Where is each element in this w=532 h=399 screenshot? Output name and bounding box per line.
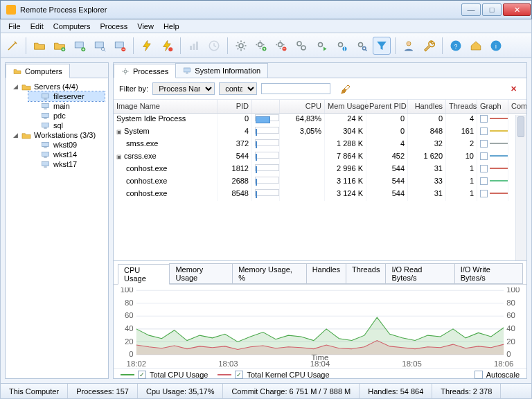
tab-sysinfo[interactable]: System Information (175, 63, 268, 78)
process-row[interactable]: System Idle Process 0 64,83% 24 K 0 0 4 (114, 114, 526, 126)
bolt-stop-icon[interactable] (158, 37, 176, 55)
tree-node[interactable]: pdc (28, 111, 105, 121)
brush-icon[interactable]: 🖌 (340, 83, 351, 95)
filter-row: Filter by: Process Name contains 🖌 ✕ (114, 78, 526, 100)
collapse-icon[interactable]: ◢ (12, 83, 19, 90)
status-host: This Computer (1, 384, 68, 398)
col-graph[interactable]: Graph (477, 100, 508, 113)
process-row[interactable]: conhost.exe 8548 3 124 K 544 31 1 (114, 188, 526, 201)
tree-servers[interactable]: ◢ Servers (4/4) (9, 82, 105, 91)
chart-tab[interactable]: Handles (306, 263, 346, 284)
chart-icon[interactable] (185, 37, 203, 55)
wand-icon[interactable] (3, 37, 21, 55)
clock-icon[interactable] (205, 37, 223, 55)
col-mem[interactable]: Mem Usage (325, 100, 366, 113)
col-cmd[interactable]: Command Line (508, 100, 526, 113)
folder-open-icon[interactable] (30, 37, 48, 55)
collapse-icon[interactable]: ◢ (12, 132, 19, 139)
wrench-icon[interactable] (420, 37, 438, 55)
col-cpu[interactable]: CPU (280, 100, 325, 113)
col-pid[interactable]: PID (218, 100, 252, 113)
minimize-button[interactable]: — (461, 3, 481, 16)
chart-tab[interactable]: CPU Usage (118, 264, 170, 285)
tree-node[interactable]: wkst14 (28, 150, 105, 159)
process-row[interactable]: conhost.exe 2688 3 116 K 544 33 1 (114, 176, 526, 188)
gear-icon[interactable] (232, 37, 250, 55)
maximize-button[interactable]: □ (482, 3, 502, 16)
bolt-icon[interactable] (138, 37, 156, 55)
process-row[interactable]: ▣ csrss.exe 544 7 864 K 452 1 620 10 (114, 151, 526, 163)
folder-add-icon[interactable] (51, 37, 69, 55)
tree-workstations[interactable]: ◢ Workstations (3/3) (9, 130, 105, 140)
chart-tab[interactable]: Memory Usage (169, 263, 233, 284)
computer-icon (41, 112, 51, 120)
menu-help[interactable]: Help (159, 21, 184, 32)
proc-name: conhost.exe (114, 188, 218, 201)
col-name[interactable]: Image Name (114, 100, 218, 113)
filter-op[interactable]: contains (219, 82, 257, 95)
scrollbar[interactable] (515, 115, 526, 260)
svg-point-20 (339, 42, 343, 46)
menu-file[interactable]: File (3, 21, 26, 32)
gear-pair-icon[interactable] (292, 37, 310, 55)
tree-node[interactable]: fileserver (28, 91, 105, 101)
menu-edit[interactable]: Edit (26, 21, 48, 32)
proc-name: ▣ csrss.exe (114, 151, 218, 163)
svg-text:18:02: 18:02 (127, 360, 146, 368)
chart-tab[interactable]: Threads (346, 263, 386, 284)
info-icon[interactable]: i (487, 37, 505, 55)
gear-info-icon[interactable]: i (332, 37, 351, 55)
gear-play-icon[interactable] (312, 37, 330, 55)
chart-tab[interactable]: I/O Write Bytes/s (454, 263, 523, 284)
process-row[interactable]: smss.exe 372 1 288 K 4 32 2 (114, 139, 526, 151)
autoscale-check[interactable] (475, 371, 483, 379)
col-handles[interactable]: Handles (408, 100, 446, 113)
col-ppid[interactable]: Parent PID (366, 100, 408, 113)
svg-rect-9 (193, 44, 195, 50)
legend-total-check[interactable]: ✓ (138, 371, 146, 379)
chart-tab[interactable]: Memory Usage, % (232, 263, 306, 284)
proc-threads: 2 (446, 139, 477, 151)
svg-point-13 (258, 42, 263, 46)
filter-close-icon[interactable]: ✕ (506, 85, 521, 94)
filter-value[interactable] (261, 83, 330, 94)
tree-node[interactable]: main (28, 101, 105, 111)
computer-search-icon[interactable] (91, 37, 109, 55)
help-icon[interactable]: ? (447, 37, 465, 55)
status-commit: Commit Charge: 6 751 M / 7 888 M (223, 384, 360, 398)
tree-node[interactable]: wkst09 (28, 140, 105, 150)
gear-add-icon[interactable] (252, 37, 270, 55)
computer-remove-icon[interactable] (111, 37, 129, 55)
proc-threads: 4 (446, 114, 477, 126)
menu-view[interactable]: View (132, 21, 159, 32)
gear-search-icon[interactable] (353, 37, 371, 55)
chart-panel: CPU UsageMemory UsageMemory Usage, %Hand… (114, 260, 526, 378)
home-icon[interactable] (467, 37, 485, 55)
svg-text:60: 60 (506, 311, 515, 319)
col-cpubar[interactable] (252, 100, 280, 113)
proc-handles: 33 (408, 176, 446, 188)
filter-field[interactable]: Process Name (152, 82, 215, 95)
tab-computers[interactable]: Computers (6, 64, 70, 78)
menu-process[interactable]: Process (96, 21, 133, 32)
filter-icon[interactable] (373, 37, 391, 55)
tree-node[interactable]: sql (28, 121, 105, 130)
user-icon[interactable] (400, 37, 418, 55)
process-row[interactable]: ▣ System 4 3,05% 304 K 0 848 161 (114, 126, 526, 139)
proc-ppid: 0 (366, 126, 408, 139)
svg-rect-40 (42, 152, 49, 156)
menu-computers[interactable]: Computers (48, 21, 96, 32)
gear-remove-icon[interactable] (272, 37, 290, 55)
tree-node[interactable]: wkst17 (28, 159, 105, 169)
proc-pid: 4 (218, 126, 252, 139)
svg-rect-42 (42, 161, 49, 166)
tab-processes[interactable]: Processes (114, 64, 176, 78)
legend-kernel-check[interactable]: ✓ (235, 371, 243, 379)
col-threads[interactable]: Threads (446, 100, 477, 113)
computer-add-icon[interactable] (71, 37, 89, 55)
process-row[interactable]: conhost.exe 1812 2 996 K 544 31 1 (114, 163, 526, 176)
svg-point-18 (301, 46, 305, 50)
chart-tab[interactable]: I/O Read Bytes/s (385, 263, 454, 284)
svg-text:40: 40 (506, 324, 515, 332)
close-button[interactable]: ✕ (503, 3, 531, 16)
